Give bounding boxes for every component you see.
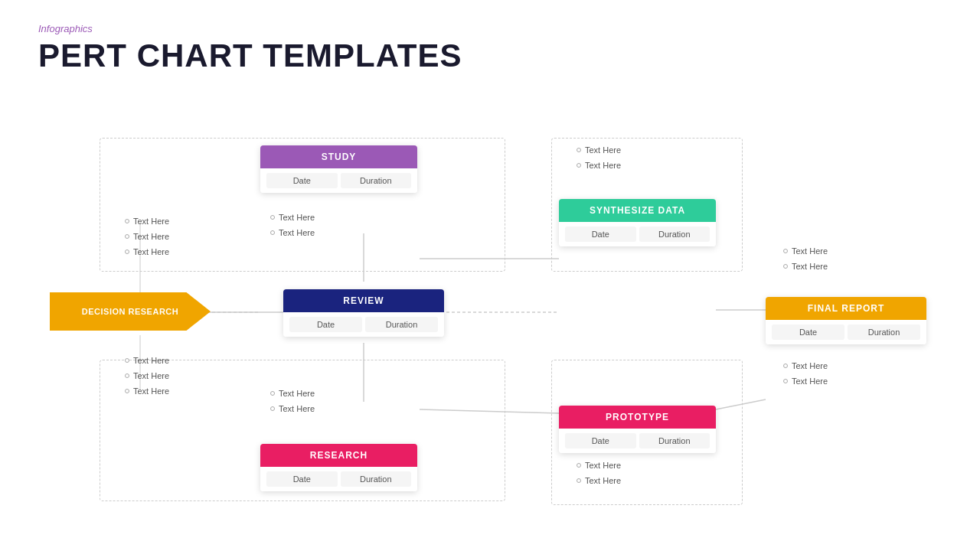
text-item-lb3: Text Here: [125, 386, 169, 396]
final-report-body: Date Duration: [766, 320, 926, 344]
prototype-body: Date Duration: [559, 429, 716, 453]
prototype-node: PROTOTYPE Date Duration: [559, 406, 716, 453]
text-item-pt2: Text Here: [577, 476, 621, 485]
review-node: REVIEW Date Duration: [283, 289, 444, 337]
dot: [125, 389, 129, 393]
dot: [783, 264, 788, 269]
dot: [577, 163, 581, 168]
final-report-duration: Duration: [848, 324, 920, 340]
review-duration: Duration: [365, 317, 438, 332]
dot: [270, 215, 275, 220]
dot: [783, 249, 788, 253]
research-date: Date: [266, 471, 338, 487]
text-item-fr3: Text Here: [783, 361, 828, 370]
prototype-title: PROTOTYPE: [559, 406, 716, 429]
dot: [783, 379, 788, 383]
final-report-title: FINAL REPORT: [766, 297, 926, 320]
review-body: Date Duration: [283, 312, 444, 337]
text-item-pt1: Text Here: [577, 461, 621, 470]
study-title: STUDY: [260, 145, 417, 168]
prototype-date: Date: [565, 433, 636, 448]
synthesize-node: SYNTHESIZE DATA Date Duration: [559, 199, 716, 246]
dot: [783, 364, 788, 368]
header-subtitle: Infographics: [38, 23, 942, 34]
chart-area: DECISION RESEARCH Text Here Text Here Te…: [0, 99, 980, 551]
text-item-lt3: Text Here: [125, 247, 169, 256]
text-item-lt2: Text Here: [125, 232, 169, 241]
dot: [125, 249, 129, 254]
synthesize-date: Date: [565, 227, 636, 242]
final-report-date: Date: [772, 324, 844, 340]
text-item-fr2: Text Here: [783, 262, 828, 271]
text-item-fr1: Text Here: [783, 246, 828, 256]
research-duration: Duration: [341, 471, 412, 487]
dot: [270, 406, 275, 411]
review-title: REVIEW: [283, 289, 444, 312]
text-item-lb2: Text Here: [125, 371, 169, 380]
text-item-st2: Text Here: [270, 228, 315, 237]
dot: [270, 230, 275, 235]
study-date: Date: [266, 173, 338, 188]
research-body: Date Duration: [260, 467, 417, 491]
text-item-rs1: Text Here: [270, 389, 315, 398]
dot: [125, 234, 129, 239]
svg-line-9: [716, 399, 766, 409]
text-item-rs2: Text Here: [270, 404, 315, 413]
research-title: RESEARCH: [260, 444, 417, 467]
synthesize-title: SYNTHESIZE DATA: [559, 199, 716, 222]
prototype-duration: Duration: [639, 433, 710, 448]
text-item-lt1: Text Here: [125, 217, 169, 226]
dot: [125, 373, 129, 378]
study-body: Date Duration: [260, 168, 417, 193]
dot: [577, 148, 581, 152]
text-item-lb1: Text Here: [125, 356, 169, 365]
text-item-sy2: Text Here: [577, 161, 621, 170]
header: Infographics PERT CHART TEMPLATES: [0, 0, 980, 82]
synthesize-duration: Duration: [639, 227, 710, 242]
header-title: PERT CHART TEMPLATES: [38, 37, 942, 74]
dot: [577, 463, 581, 468]
synthesize-body: Date Duration: [559, 222, 716, 246]
text-item-st1: Text Here: [270, 213, 315, 222]
dot: [270, 391, 275, 396]
review-date: Date: [289, 317, 362, 332]
study-node: STUDY Date Duration: [260, 145, 417, 193]
research-node: RESEARCH Date Duration: [260, 444, 417, 491]
final-report-node: FINAL REPORT Date Duration: [766, 297, 926, 344]
svg-line-7: [420, 409, 559, 413]
dot: [125, 358, 129, 363]
study-duration: Duration: [341, 173, 412, 188]
dot: [577, 478, 581, 483]
dot: [125, 219, 129, 223]
decision-research-node: DECISION RESEARCH: [50, 292, 211, 331]
text-item-sy1: Text Here: [577, 145, 621, 155]
text-item-fr4: Text Here: [783, 377, 828, 386]
